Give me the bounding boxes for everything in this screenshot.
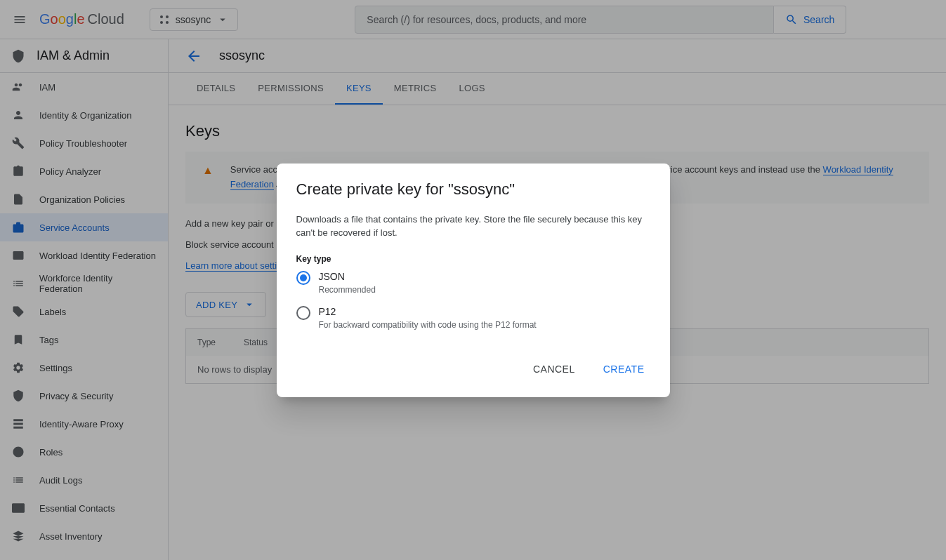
modal-overlay[interactable]: Create private key for "ssosync" Downloa…	[0, 0, 946, 560]
dialog-description: Downloads a file that contains the priva…	[296, 213, 650, 240]
radio-icon	[296, 306, 310, 320]
create-button[interactable]: CREATE	[598, 358, 650, 380]
create-key-dialog: Create private key for "ssosync" Downloa…	[277, 164, 670, 397]
radio-label: JSON	[319, 271, 376, 282]
key-type-option-p12[interactable]: P12For backward compatibility with code …	[296, 306, 650, 330]
cancel-button[interactable]: CANCEL	[527, 358, 581, 380]
key-type-label: Key type	[296, 254, 650, 264]
radio-hint: For backward compatibility with code usi…	[319, 320, 537, 330]
radio-hint: Recommended	[319, 285, 376, 295]
dialog-title: Create private key for "ssosync"	[296, 180, 650, 199]
radio-icon	[296, 271, 310, 285]
radio-label: P12	[319, 306, 537, 317]
key-type-option-json[interactable]: JSONRecommended	[296, 271, 650, 295]
